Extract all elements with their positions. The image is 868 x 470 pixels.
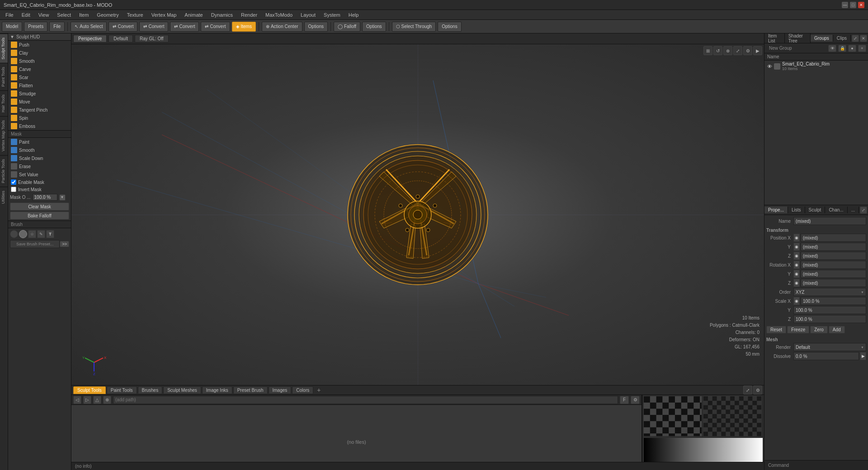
gtab-shader-tree[interactable]: Shader Tree (785, 33, 811, 44)
vtab-hair-tools[interactable]: Hair Tools (0, 90, 8, 116)
tool-push[interactable]: Push (8, 41, 71, 49)
options3-button[interactable]: Options (438, 22, 461, 32)
close-button[interactable]: ✕ (858, 2, 864, 8)
rotation-y-value[interactable]: (mixed) (801, 270, 866, 278)
btab-brushes[interactable]: Brushes (138, 386, 163, 394)
rot-x-lock-btn[interactable]: ◉ (793, 261, 800, 269)
menu-view[interactable]: View (35, 11, 53, 19)
presets-button[interactable]: Presets (24, 22, 47, 32)
convert3-button[interactable]: ⇄ Convert (170, 22, 199, 32)
menu-render[interactable]: Render (237, 11, 261, 19)
enable-mask-check[interactable]: Enable Mask (8, 179, 71, 186)
rot-y-lock-btn[interactable]: ◉ (793, 270, 800, 278)
render-dropdown[interactable]: Default (793, 343, 866, 351)
name-value[interactable]: (mixed) (793, 217, 866, 225)
vp-tab-ray-gl[interactable]: Ray GL: Off (135, 35, 169, 42)
reset-button[interactable]: Reset (766, 326, 786, 334)
groups-eye-btn[interactable]: 👁 (828, 45, 836, 52)
position-y-value[interactable]: (mixed) (801, 243, 866, 251)
position-x-value[interactable]: (mixed) (801, 234, 866, 242)
btab-sculpt-meshes[interactable]: Sculpt Meshes (163, 386, 201, 394)
menu-edit[interactable]: Edit (18, 11, 34, 19)
btab-add-button[interactable]: + (314, 385, 323, 395)
options1-button[interactable]: Options (304, 22, 328, 32)
order-dropdown[interactable]: XYZ (793, 288, 866, 296)
tool-spin[interactable]: Spin (8, 114, 71, 122)
path-back-btn[interactable]: ◁ (73, 396, 81, 404)
btab-images[interactable]: Images (269, 386, 292, 394)
path-forward-btn[interactable]: ▷ (83, 396, 91, 404)
vp-tab-perspective[interactable]: Perspective (73, 35, 107, 42)
menu-layout[interactable]: Layout (297, 11, 319, 19)
scale-y-value[interactable]: 100.0 % (793, 306, 866, 314)
dissolve-expand-btn[interactable]: ▶ (860, 352, 866, 360)
tool-emboss[interactable]: Emboss (8, 122, 71, 130)
select-through-button[interactable]: ⬡ Select Through (392, 22, 436, 32)
ptab-chan[interactable]: Chan... (825, 207, 847, 213)
viewport-settings-button[interactable]: ⚙ (743, 46, 752, 55)
btab-image-inks[interactable]: Image Inks (202, 386, 232, 394)
menu-dynamics[interactable]: Dynamics (208, 11, 236, 19)
enable-mask-checkbox[interactable] (11, 179, 16, 185)
viewport-expand-button[interactable]: ▶ (753, 46, 762, 55)
vtab-particle-tools[interactable]: Particle Tools (0, 155, 8, 187)
tool-clay[interactable]: Clay (8, 49, 71, 57)
btab-paint-tools[interactable]: Paint Tools (107, 386, 137, 394)
menu-maxtomodo[interactable]: MaxToModo (262, 11, 296, 19)
viewport-fit-button[interactable]: ⊞ (703, 46, 712, 55)
expand-brush-button[interactable]: >> (60, 241, 69, 247)
tool-scale-down[interactable]: Scale Down (8, 154, 71, 162)
vtab-vertex-map-tools[interactable]: Vertex Map Tools (0, 116, 8, 155)
btab-sculpt-tools[interactable]: Sculpt Tools (73, 386, 106, 394)
tool-flatten[interactable]: Flatten (8, 81, 71, 89)
vp-tab-default[interactable]: Default (108, 35, 133, 42)
scale-x-lock-btn[interactable]: ◉ (793, 297, 800, 305)
dissolve-value[interactable]: 0.0 % (793, 352, 859, 360)
bake-falloff-button[interactable]: Bake Falloff (10, 212, 69, 220)
maximize-button[interactable]: □ (850, 2, 856, 8)
groups-lock-btn[interactable]: 🔒 (838, 45, 846, 52)
ptab-lists[interactable]: Lists (788, 207, 805, 213)
file-button[interactable]: File (49, 22, 65, 32)
groups-color-btn[interactable]: ● (848, 45, 856, 52)
pos-x-lock-btn[interactable]: ◉ (793, 234, 800, 242)
freeze-button[interactable]: Freeze (787, 326, 809, 334)
menu-vertex-map[interactable]: Vertex Map (148, 11, 180, 19)
thumb-checkerboard-1[interactable] (643, 396, 702, 437)
menu-select[interactable]: Select (53, 11, 75, 19)
brush-soft-preset[interactable] (19, 230, 27, 238)
vtab-utilities[interactable]: Utilities (0, 187, 8, 207)
viewport-zoom-button[interactable]: ⊕ (723, 46, 732, 55)
viewport-rotate-button[interactable]: ↺ (713, 46, 722, 55)
options2-button[interactable]: Options (362, 22, 386, 32)
tool-scar[interactable]: Scar (8, 73, 71, 81)
rot-z-lock-btn[interactable]: ◉ (793, 279, 800, 287)
tool-tangent-pinch[interactable]: Tangent Pinch (8, 106, 71, 114)
tool-smooth-mask[interactable]: Smooth (8, 146, 71, 154)
invert-mask-checkbox[interactable] (11, 187, 16, 192)
viewport[interactable]: ⊞ ↺ ⊕ ⤢ ⚙ ▶ 10 Items Polygons : Catmull-… (71, 44, 764, 385)
convert2-button[interactable]: ⇄ Convert (139, 22, 168, 32)
scale-x-value[interactable]: 100.0 % (801, 297, 866, 305)
path-f-button[interactable]: F (620, 396, 629, 404)
viewport-maximize-button[interactable]: ⤢ (733, 46, 742, 55)
thumb-checkerboard-2[interactable] (703, 396, 762, 437)
rotation-x-value[interactable]: (mixed) (801, 261, 866, 269)
tool-smudge[interactable]: Smudge (8, 89, 71, 98)
bottom-maximize-btn[interactable]: ⤢ (743, 385, 752, 395)
clear-mask-button[interactable]: Clear Mask (10, 202, 69, 211)
ptab-sculpt[interactable]: Sculpt (805, 207, 826, 213)
brush-text-icon[interactable]: T (46, 230, 54, 238)
gtab-item-list[interactable]: Item List (764, 33, 785, 44)
tool-move[interactable]: Move (8, 98, 71, 106)
btab-preset-brush[interactable]: Preset Brush (233, 386, 268, 394)
add-button[interactable]: Add (829, 326, 845, 334)
ptab-properties[interactable]: Prope... (764, 207, 788, 213)
tool-paint[interactable]: Paint (8, 138, 71, 146)
pos-z-lock-btn[interactable]: ◉ (793, 252, 800, 260)
model-button[interactable]: Model (2, 22, 22, 32)
menu-help[interactable]: Help (345, 11, 363, 19)
groups-add-btn[interactable]: + (858, 45, 866, 52)
props-expand-btn[interactable]: ⤢ (860, 207, 867, 214)
btab-colors[interactable]: Colors (292, 386, 313, 394)
